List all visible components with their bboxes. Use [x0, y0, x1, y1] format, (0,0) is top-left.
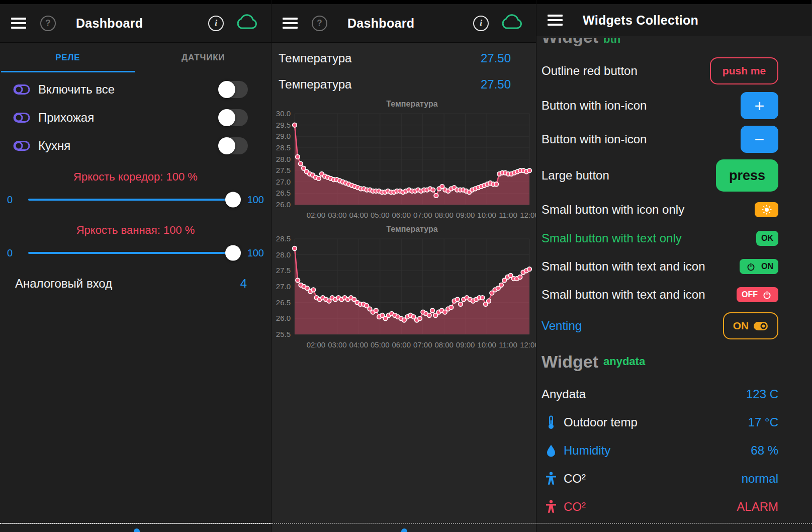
- svg-text:09:00: 09:00: [456, 211, 475, 219]
- widget-row: Large button press: [536, 156, 811, 195]
- data-label: Anydata: [542, 387, 586, 401]
- info-icon[interactable]: i: [473, 16, 489, 31]
- page-title: Dashboard: [76, 16, 143, 31]
- scroll-divider: [0, 523, 272, 524]
- button-label: ON: [761, 262, 773, 271]
- clipped-next-row-icon: [401, 528, 407, 532]
- tab-label: РЕЛЕ: [55, 53, 80, 63]
- svg-text:11:00: 11:00: [499, 340, 517, 349]
- info-icon[interactable]: i: [208, 16, 224, 31]
- temperature-chart-2: Температура25.526.026.527.027.528.028.50…: [272, 224, 536, 352]
- screen: ? Dashboard i РЕЛЕ ДАТЧИКИ Включить все …: [0, 0, 812, 532]
- widget-label: Small button with text only: [542, 231, 682, 245]
- svg-text:08:00: 08:00: [434, 211, 454, 219]
- svg-text:12:00: 12:00: [520, 211, 536, 219]
- status-bar: [272, 0, 536, 4]
- button-label: press: [729, 168, 765, 184]
- button-label: ON: [733, 320, 749, 332]
- tab-rele[interactable]: РЕЛЕ: [0, 43, 136, 72]
- svg-text:02:00: 02:00: [307, 340, 326, 349]
- widget-label: Button with ion-icon: [542, 99, 647, 113]
- widget-label: Large button: [542, 168, 609, 183]
- toggle-icon: [13, 112, 30, 123]
- value: 27.50: [481, 51, 511, 65]
- slider-label: Яркость коредор: 100 %: [0, 169, 271, 185]
- appbar: ? Dashboard i: [272, 4, 536, 43]
- svg-text:04:00: 04:00: [349, 211, 369, 219]
- svg-text:28.5: 28.5: [276, 234, 291, 243]
- status-bar: [0, 0, 271, 4]
- svg-text:30.0: 30.0: [276, 109, 291, 118]
- analog-label: Аналоговый вход: [15, 277, 112, 291]
- minus-button[interactable]: −: [741, 126, 778, 153]
- data-value: ALARM: [737, 500, 778, 514]
- switch-row: Прихожая: [0, 104, 271, 132]
- svg-text:04:00: 04:00: [349, 340, 369, 349]
- off-button[interactable]: OFF: [737, 287, 778, 302]
- menu-icon[interactable]: [11, 15, 26, 31]
- clipped-next-row-icon: [134, 528, 140, 532]
- svg-text:28.0: 28.0: [276, 155, 291, 163]
- switch-row: Кухня: [0, 132, 271, 160]
- appbar: ? Dashboard i: [0, 4, 271, 43]
- toggle-on-icon: [753, 321, 768, 331]
- panel-dashboard-sensors: ? Dashboard i Температура 27.50 Температ…: [271, 0, 536, 532]
- svg-text:27.0: 27.0: [276, 282, 291, 291]
- cloud-icon[interactable]: [501, 14, 523, 32]
- panel-widgets-collection: Widgets Collection Widgetbtn Outline red…: [536, 0, 811, 532]
- slider-track[interactable]: [28, 199, 238, 201]
- thermometer-icon: [545, 415, 558, 429]
- toggle-icon: [13, 84, 30, 95]
- plus-button[interactable]: +: [741, 92, 778, 119]
- sun-button[interactable]: [755, 202, 778, 217]
- widget-row: Venting ON: [536, 309, 811, 343]
- status-bar: [536, 0, 811, 4]
- cloud-icon[interactable]: [236, 14, 258, 32]
- svg-text:03:00: 03:00: [328, 340, 347, 349]
- slider-row: 0 100: [0, 238, 271, 268]
- menu-icon[interactable]: [548, 12, 563, 28]
- help-icon[interactable]: ?: [312, 16, 327, 31]
- on-button[interactable]: ON: [740, 259, 778, 274]
- widget-label: Small button with icon only: [542, 203, 684, 217]
- switch-label: Прихожая: [38, 111, 219, 125]
- slider-thumb[interactable]: [225, 192, 241, 208]
- person-icon: [545, 472, 558, 486]
- ok-button[interactable]: OK: [756, 231, 778, 246]
- widget-row: Button with ion-icon −: [536, 122, 811, 156]
- slider-max: 100: [242, 194, 264, 206]
- widget-label: Small button with text and icon: [542, 288, 705, 302]
- svg-text:11:00: 11:00: [499, 211, 517, 219]
- toggle-switch[interactable]: [219, 109, 248, 126]
- widget-row: Small button with text and icon OFF: [536, 281, 811, 309]
- push-me-button[interactable]: push me: [710, 57, 778, 84]
- toggle-switch[interactable]: [219, 81, 248, 98]
- data-label: Humidity: [564, 444, 610, 458]
- svg-text:06:00: 06:00: [392, 211, 411, 219]
- svg-text:03:00: 03:00: [328, 211, 347, 219]
- appbar: Widgets Collection: [536, 4, 811, 36]
- data-row: Humidity 68 %: [536, 436, 811, 465]
- widget-label: Venting: [542, 319, 582, 333]
- value-row: Температура 27.50: [272, 45, 536, 71]
- press-button[interactable]: press: [716, 159, 778, 192]
- menu-icon[interactable]: [283, 15, 298, 31]
- slider-track[interactable]: [28, 252, 238, 254]
- tab-datchiki[interactable]: ДАТЧИКИ: [136, 43, 272, 72]
- svg-text:Температура: Температура: [386, 225, 437, 233]
- data-value: 68 %: [751, 444, 778, 458]
- help-icon[interactable]: ?: [40, 16, 56, 31]
- toggle-switch[interactable]: [219, 137, 248, 154]
- button-label: OFF: [742, 290, 758, 299]
- analog-input-row: Аналоговый вход 4: [0, 274, 271, 294]
- widget-label: Outline red button: [542, 64, 638, 78]
- svg-text:09:00: 09:00: [456, 340, 475, 349]
- svg-text:29.0: 29.0: [276, 132, 291, 140]
- slider-thumb[interactable]: [225, 245, 241, 261]
- svg-text:26.0: 26.0: [276, 200, 291, 209]
- tab-bar: РЕЛЕ ДАТЧИКИ: [0, 43, 271, 72]
- person-icon: [545, 500, 558, 514]
- slider-row: 0 100: [0, 185, 271, 214]
- venting-button[interactable]: ON: [723, 312, 778, 339]
- data-value: 17 °C: [748, 415, 778, 429]
